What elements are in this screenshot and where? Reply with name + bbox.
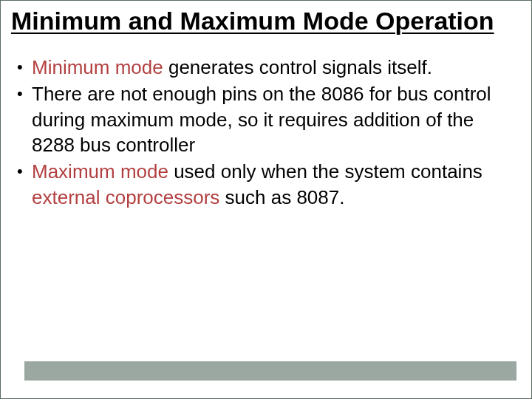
text-highlight: external coprocessors [32, 186, 219, 208]
slide-title: Minimum and Maximum Mode Operation [1, 1, 531, 35]
bullet-text: Minimum mode generates control signals i… [32, 55, 519, 80]
bullet-item: • There are not enough pins on the 8086 … [17, 81, 519, 157]
text-plain: used only when the system contains [168, 160, 482, 183]
text-plain: such as 8087. [219, 186, 344, 208]
bullet-item: • Minimum mode generates control signals… [17, 55, 519, 80]
bullet-item: • Maximum mode used only when the system… [17, 159, 519, 210]
slide-frame: Minimum and Maximum Mode Operation • Min… [0, 0, 532, 399]
footer-accent-bar [24, 361, 516, 381]
text-plain: There are not enough pins on the 8086 fo… [32, 83, 491, 156]
bullet-text: Maximum mode used only when the system c… [32, 159, 519, 210]
text-highlight: Minimum mode [32, 56, 163, 78]
text-plain: generates control signals itself. [163, 56, 432, 78]
text-highlight: Maximum mode [32, 160, 168, 183]
bullet-dot-icon: • [17, 55, 32, 79]
slide-body: • Minimum mode generates control signals… [1, 35, 531, 210]
bullet-dot-icon: • [17, 159, 32, 183]
bullet-text: There are not enough pins on the 8086 fo… [32, 81, 519, 157]
bullet-dot-icon: • [17, 81, 32, 106]
